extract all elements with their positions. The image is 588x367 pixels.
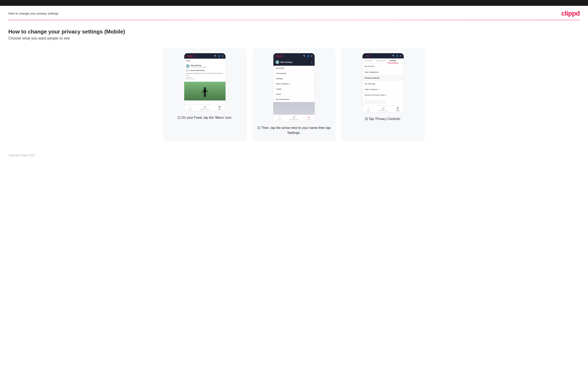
performance-icon-2: 📈 <box>293 116 296 119</box>
settings-label: Settings <box>276 78 283 80</box>
search-icon: 🔍 <box>214 55 216 57</box>
tab-performance-2: 📈 My Performance <box>289 116 299 120</box>
privacycontrols-chevron: › <box>401 77 402 79</box>
steps-row: clippd 🔍 👤 ⚙ Feed B Blair McHarg <box>8 48 580 141</box>
mygolfbag-chevron: › <box>401 83 402 85</box>
step-card-3: < Back 🔍 👤 ⚙ My Profile Connections Sett… <box>341 48 425 141</box>
tab-performance-1: 📈 My Performance <box>200 106 209 110</box>
settings-item-privacycontrols: Privacy Controls › <box>363 75 404 81</box>
connections-label: Connections <box>276 72 286 75</box>
svg-line-2 <box>202 90 204 93</box>
phone-icons-1: 🔍 👤 ⚙ <box>214 55 223 57</box>
post-title-row: Lesson with Fordy <box>186 69 224 72</box>
top-bar <box>0 0 588 6</box>
serviceprivacy-label: Service & Privacy Policy ↗ <box>365 94 387 96</box>
svg-rect-5 <box>205 93 206 97</box>
logout-label: Logout <box>276 88 282 90</box>
post-date: Yesterday · Sunningdale <box>191 66 207 68</box>
svg-rect-1 <box>204 89 206 93</box>
menu-label-3: Menu <box>396 110 399 111</box>
settings-item-serviceprivacy: Service & Privacy Policy ↗ <box>363 92 404 98</box>
home-section-label: Home <box>276 93 281 95</box>
menu-avatar: B <box>276 60 279 64</box>
menu-item-settings: Settings <box>273 76 315 81</box>
phone-mockup-2: clippd 🔍 👤 ⚙ B Blair McHarg <box>273 53 315 121</box>
phone-body-2: B Blair McHarg ∧ My Profile Connections <box>273 59 315 115</box>
dataintegrations-label: Data Integrations <box>365 71 379 73</box>
home-label: Home <box>189 109 192 110</box>
settings-icon-2: ⚙ <box>311 55 312 57</box>
post-user-row: B Blair McHarg Yesterday · Sunningdale <box>186 64 224 68</box>
menu-icon-3: ☰ <box>397 107 399 110</box>
performance-label-2: My Performance <box>289 119 299 120</box>
performance-label: My Performance <box>200 109 209 110</box>
search-icon-3: 🔍 <box>392 55 395 57</box>
dataintegrations-chevron: › <box>401 71 402 73</box>
settings-item-mygolfbag: My Golf Bag › <box>363 81 404 87</box>
search-icon-2: 🔍 <box>303 55 306 57</box>
post-duration: Duration01 hr : 30 min <box>186 77 224 80</box>
step-card-1: clippd 🔍 👤 ⚙ Feed B Blair McHarg <box>163 48 247 141</box>
golf-image <box>184 82 225 100</box>
menu-item-logout: Logout <box>273 86 315 92</box>
help-label: Help & Support ↗ <box>276 83 291 85</box>
settings-version: Clippd Client Version: 2022.8.3-3 GQL Se… <box>363 98 404 106</box>
menu-section-performance: My Performance ∨ <box>273 97 315 102</box>
svg-rect-4 <box>204 93 205 97</box>
settings-icon-3: ⚙ <box>400 55 402 57</box>
home-section-chevron: ∨ <box>311 93 312 95</box>
close-icon: ✕ <box>308 116 310 119</box>
menu-item-myprofile: My Profile <box>273 66 315 71</box>
myaccount-label: My Account <box>365 65 374 67</box>
tab-home-1: ⌂ Home <box>189 106 192 110</box>
phone-mockup-3: < Back 🔍 👤 ⚙ My Profile Connections Sett… <box>362 53 404 112</box>
post-desc: Looking to feel like my hands are exitin… <box>186 72 224 76</box>
tab-menu-2: ✕ Menu <box>307 116 310 120</box>
phone-logo-2: clippd <box>276 55 282 57</box>
phone-topbar-1: clippd 🔍 👤 ⚙ <box>184 53 225 59</box>
tab-connections: Connections <box>374 58 388 63</box>
mygolfbag-label: My Golf Bag <box>365 83 375 85</box>
phone-topbar-2: clippd 🔍 👤 ⚙ <box>273 53 315 59</box>
my-profile-label: My Profile <box>276 67 284 69</box>
performance-section-label: My Performance <box>276 98 290 100</box>
performance-icon-3: 📈 <box>382 107 385 110</box>
phone-icons-3: 🔍 👤 ⚙ <box>392 55 402 57</box>
phone-bottom-bar-2: ⌂ Home 📈 My Performance ✕ Menu <box>273 115 315 121</box>
phone-bottom-bar-1: ⌂ Home 📈 My Performance ☰ Menu <box>184 104 225 111</box>
user-icon: 👤 <box>218 55 220 57</box>
step-card-2: clippd 🔍 👤 ⚙ B Blair McHarg <box>252 48 336 141</box>
user-icon-3: 👤 <box>396 55 398 57</box>
tab-menu-3: ☰ Menu <box>396 107 399 111</box>
phone-body-1: Feed B Blair McHarg Yesterday · Sunningd… <box>184 59 225 104</box>
performance-label-3: My Performance <box>379 110 388 111</box>
page-heading: How to change your privacy settings (Mob… <box>8 28 580 35</box>
privacycontrols-label: Privacy Controls <box>365 77 380 79</box>
home-icon-2: ⌂ <box>279 116 280 119</box>
settings-item-myaccount: My Account › <box>363 63 404 69</box>
home-label-3: Home <box>367 110 370 111</box>
back-button: < Back <box>365 55 370 57</box>
golfer-silhouette <box>201 87 209 99</box>
step-3-caption: 3) Tap 'Privacy Controls'. <box>365 117 401 121</box>
menu-item-help: Help & Support ↗ <box>273 81 315 86</box>
menu-section-home: Home ∨ <box>273 92 315 97</box>
step-1-caption: 1) On your Feed, tap the 'Menu' icon. <box>177 115 232 120</box>
phone-post: B Blair McHarg Yesterday · Sunningdale L… <box>184 63 225 82</box>
main-content: How to change your privacy settings (Mob… <box>0 20 588 150</box>
avatar: B <box>186 64 190 68</box>
header-title: How to change your privacy settings <box>8 12 59 15</box>
header: How to change your privacy settings clip… <box>0 6 588 20</box>
myaccount-chevron: › <box>401 65 402 67</box>
post-username: Blair McHarg <box>191 65 207 66</box>
user-icon-2: 👤 <box>307 55 309 57</box>
menu-item-connections: Connections <box>273 71 315 76</box>
menu-user-chevron: ∧ <box>311 61 312 63</box>
phone-mockup-1: clippd 🔍 👤 ⚙ Feed B Blair McHarg <box>184 53 226 111</box>
menu-user-info: B Blair McHarg <box>276 60 292 64</box>
phone-icons-2: 🔍 👤 ⚙ <box>303 55 312 57</box>
phone-bottom-bar-3: ⌂ Home 📈 My Performance ☰ Menu <box>363 106 404 112</box>
tab-performance-3: 📈 My Performance <box>379 107 388 111</box>
settings-icon: ⚙ <box>222 55 223 57</box>
performance-icon: 📈 <box>203 106 207 108</box>
